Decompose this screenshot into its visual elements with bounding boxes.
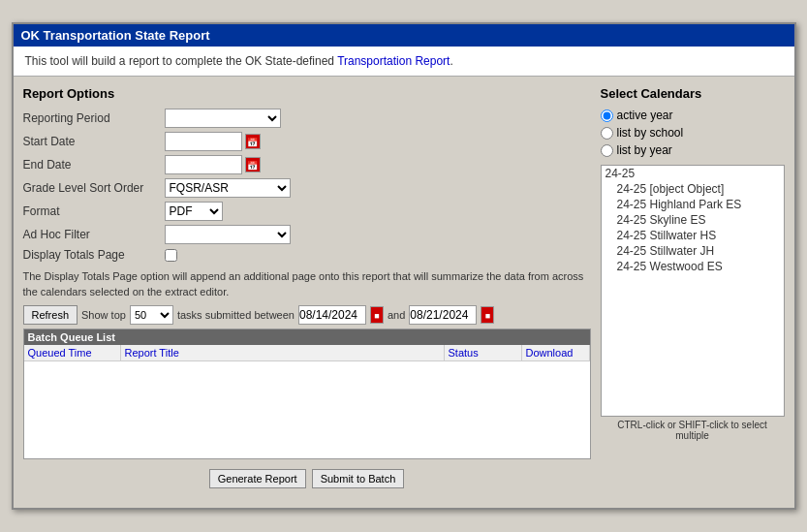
display-totals-checkbox[interactable] bbox=[165, 249, 177, 262]
col-report-title[interactable]: Report Title bbox=[121, 345, 445, 360]
grade-sort-control: FQSR/ASR bbox=[165, 178, 591, 198]
radio-list-by-school: list by school bbox=[601, 126, 785, 140]
list-item[interactable]: 24-25 Westwood ES bbox=[602, 259, 784, 274]
batch-queue-header: Batch Queue List bbox=[24, 329, 590, 345]
grade-sort-label: Grade Level Sort Order bbox=[23, 178, 159, 198]
display-totals-label: Display Totals Page bbox=[23, 248, 159, 262]
batch-end-date-input[interactable] bbox=[409, 305, 477, 325]
window-title: OK Transportation State Report bbox=[21, 28, 210, 43]
grade-sort-select[interactable]: FQSR/ASR bbox=[165, 178, 291, 198]
radio-list-by-year-label: list by year bbox=[617, 143, 672, 157]
radio-list-by-school-input[interactable] bbox=[601, 127, 613, 140]
submit-to-batch-button[interactable]: Submit to Batch bbox=[312, 469, 405, 488]
transportation-report-link[interactable]: Transportation Report bbox=[337, 54, 450, 68]
end-date-label: End Date bbox=[23, 155, 159, 174]
ctrl-hint: CTRL-click or SHIFT-click to select mult… bbox=[601, 420, 785, 441]
radio-active-year: active year bbox=[601, 109, 785, 122]
batch-start-date-calendar-icon[interactable]: ■ bbox=[370, 306, 384, 324]
tasks-label: tasks submitted between bbox=[177, 309, 295, 321]
batch-queue-body bbox=[24, 361, 590, 458]
reporting-period-label: Reporting Period bbox=[23, 109, 159, 128]
report-options-title: Report Options bbox=[23, 86, 591, 101]
radio-active-year-input[interactable] bbox=[601, 110, 613, 122]
batch-start-date-input[interactable] bbox=[298, 305, 366, 325]
start-date-control: 📅 bbox=[165, 132, 591, 151]
calendar-section-title: Select Calendars bbox=[601, 86, 785, 101]
end-date-control: 📅 bbox=[165, 155, 591, 174]
radio-list-by-year: list by year bbox=[601, 143, 785, 157]
list-item[interactable]: 24-25 [object Object] bbox=[602, 181, 784, 197]
batch-queue: Batch Queue List Queued Time Report Titl… bbox=[23, 329, 591, 459]
batch-end-date-calendar-icon[interactable]: ■ bbox=[481, 306, 494, 324]
start-date-label: Start Date bbox=[23, 132, 159, 151]
start-date-calendar-icon[interactable]: 📅 bbox=[245, 134, 261, 149]
col-download[interactable]: Download bbox=[522, 345, 590, 360]
and-label: and bbox=[388, 309, 405, 321]
display-totals-control bbox=[165, 248, 591, 262]
info-bar: This tool will build a report to complet… bbox=[14, 47, 794, 77]
generate-report-button[interactable]: Generate Report bbox=[209, 469, 306, 488]
title-bar: OK Transportation State Report bbox=[14, 24, 794, 47]
calendar-list[interactable]: 24-2524-25 [object Object]24-25 Highland… bbox=[601, 165, 785, 417]
start-date-input[interactable] bbox=[165, 132, 242, 151]
list-item[interactable]: 24-25 Stillwater HS bbox=[602, 228, 784, 243]
refresh-button[interactable]: Refresh bbox=[23, 305, 78, 325]
info-text-before: This tool will build a report to complet… bbox=[25, 54, 338, 68]
info-text-after: . bbox=[450, 54, 452, 68]
radio-active-year-label: active year bbox=[617, 109, 673, 122]
batch-queue-columns: Queued Time Report Title Status Download bbox=[24, 345, 590, 361]
batch-controls: Refresh Show top 50 tasks submitted betw… bbox=[23, 305, 591, 325]
bottom-buttons: Generate Report Submit to Batch bbox=[23, 459, 591, 498]
description-text: The Display Totals Page option will appe… bbox=[23, 269, 591, 299]
format-control: PDF bbox=[165, 202, 591, 221]
adhoc-filter-control bbox=[165, 225, 591, 244]
calendar-radio-group: active year list by school list by year bbox=[601, 109, 785, 157]
reporting-period-control bbox=[165, 109, 591, 128]
radio-list-by-year-input[interactable] bbox=[601, 144, 613, 157]
format-select[interactable]: PDF bbox=[165, 202, 223, 221]
list-item[interactable]: 24-25 Stillwater JH bbox=[602, 243, 784, 259]
main-window: OK Transportation State Report This tool… bbox=[12, 22, 796, 510]
end-date-calendar-icon[interactable]: 📅 bbox=[245, 157, 261, 172]
main-content: Report Options Reporting Period Start Da… bbox=[14, 77, 794, 508]
adhoc-filter-select[interactable] bbox=[165, 225, 291, 244]
format-label: Format bbox=[23, 202, 159, 221]
left-panel: Report Options Reporting Period Start Da… bbox=[23, 86, 591, 498]
right-panel: Select Calendars active year list by sch… bbox=[601, 86, 785, 498]
report-form: Reporting Period Start Date 📅 End Date 📅 bbox=[23, 109, 591, 262]
col-queued-time[interactable]: Queued Time bbox=[24, 345, 121, 360]
adhoc-filter-label: Ad Hoc Filter bbox=[23, 225, 159, 244]
show-top-label: Show top bbox=[81, 309, 126, 321]
list-item[interactable]: 24-25 bbox=[602, 166, 784, 181]
list-item[interactable]: 24-25 Skyline ES bbox=[602, 212, 784, 228]
show-top-select[interactable]: 50 bbox=[130, 305, 173, 325]
reporting-period-select[interactable] bbox=[165, 109, 281, 128]
list-item[interactable]: 24-25 Highland Park ES bbox=[602, 197, 784, 212]
radio-list-by-school-label: list by school bbox=[617, 126, 684, 140]
end-date-input[interactable] bbox=[165, 155, 242, 174]
col-status[interactable]: Status bbox=[445, 345, 522, 360]
